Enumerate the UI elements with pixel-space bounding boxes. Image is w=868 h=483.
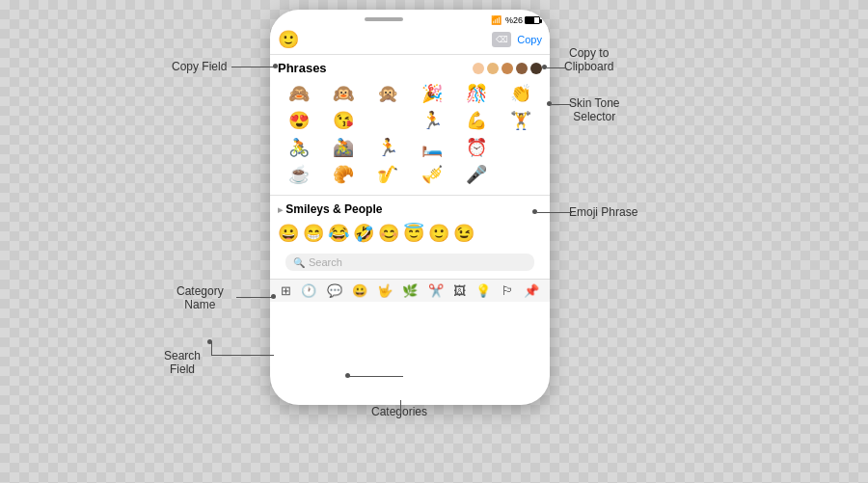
cat-icon-grid[interactable]: ⊞ <box>281 283 291 298</box>
copy-clipboard-line <box>547 67 566 68</box>
skin-tone-line <box>552 104 571 105</box>
category-section: ▸ Smileys & People <box>270 195 550 221</box>
skin-dot-5[interactable] <box>530 63 542 74</box>
emoji-cell[interactable]: 👏 <box>500 81 542 106</box>
phrases-header: Phrases <box>278 61 542 75</box>
categories-dot <box>345 373 350 378</box>
search-field-annotation: SearchField <box>164 349 201 376</box>
cat-icon-bulb[interactable]: 💡 <box>475 283 491 298</box>
copy-clipboard-annotation: Copy toClipboard <box>564 46 613 73</box>
emoji-cell[interactable]: 🥐 <box>322 162 365 187</box>
emoji-cell[interactable]: 🏃 <box>411 108 453 133</box>
search-bar[interactable]: 🔍 Search <box>285 254 534 271</box>
search-icon: 🔍 <box>293 257 305 268</box>
phrases-section: Phrases 🙈 🙉 🙊 🎉 🎊 👏 😍 😘 🏃 💪 🏋️ <box>270 55 550 195</box>
emoji-cell[interactable]: 💪 <box>455 108 498 133</box>
cat-icon-photo[interactable]: 🖼 <box>453 283 466 298</box>
emoji-cell[interactable]: 🙈 <box>278 81 320 106</box>
wifi-icon: 📶 <box>491 15 502 25</box>
bottom-emoji[interactable]: 🤣 <box>353 223 374 244</box>
emoji-cell[interactable] <box>500 135 542 160</box>
emoji-grid-row1: 🙈 🙉 🙊 🎉 🎊 👏 <box>278 81 542 106</box>
search-field-line-h <box>212 355 274 356</box>
skin-dot-2[interactable] <box>487 63 499 74</box>
emoji-phrase[interactable]: 🛏️ <box>411 135 453 160</box>
battery-icon <box>525 16 540 24</box>
bottom-emoji[interactable]: 😇 <box>403 223 424 244</box>
cat-icon-speech[interactable]: 💬 <box>327 283 342 298</box>
phrases-title: Phrases <box>278 61 327 75</box>
category-name-line <box>236 297 273 298</box>
skin-tone-dot <box>547 101 552 106</box>
skin-dot-1[interactable] <box>473 63 484 74</box>
emoji-cell[interactable]: 🎺 <box>411 162 453 187</box>
emoji-grid-row3: 🚴 🚵 🏃 🛏️ ⏰ <box>278 135 542 160</box>
bottom-emoji[interactable]: 😀 <box>278 223 299 244</box>
cat-icon-flag[interactable]: 🏳 <box>502 283 514 298</box>
cat-icon-scissors[interactable]: ✂️ <box>428 283 444 298</box>
delete-button[interactable]: ⌫ <box>492 32 511 47</box>
search-field-dot <box>207 339 212 344</box>
cat-icon-gesture[interactable]: 🤟 <box>377 283 393 298</box>
bottom-emoji-row: 😀 😁 😂 🤣 😊 😇 🙂 😉 <box>270 221 550 246</box>
copy-clipboard-dot <box>542 65 547 69</box>
notch <box>365 17 403 21</box>
copy-field-line <box>231 67 275 67</box>
search-placeholder: Search <box>309 256 342 268</box>
skin-dot-4[interactable] <box>516 63 528 74</box>
emoji-cell[interactable] <box>500 162 542 187</box>
battery-fill <box>526 17 534 23</box>
category-name-dot <box>271 294 276 299</box>
categories-line-h <box>349 376 403 377</box>
category-name-annotation: CategoryName <box>176 284 224 311</box>
category-icons-bar: ⊞ 🕐 💬 😀 🤟 🌿 ✂️ 🖼 💡 🏳 📌 <box>270 279 550 302</box>
bottom-emoji[interactable]: 😁 <box>303 223 324 244</box>
cat-icon-clock[interactable]: 🕐 <box>301 283 316 298</box>
bottom-emoji[interactable]: 😉 <box>453 223 475 244</box>
emoji-cell[interactable]: 🙉 <box>322 81 365 106</box>
emoji-grid-row2: 😍 😘 🏃 💪 🏋️ <box>278 108 542 133</box>
skin-tone-selector[interactable] <box>473 63 542 74</box>
cat-icon-plant[interactable]: 🌿 <box>402 283 418 298</box>
categories-line-v <box>400 400 401 414</box>
skin-dot-3[interactable] <box>502 63 513 74</box>
bottom-emoji[interactable]: 😂 <box>328 223 349 244</box>
status-bar: 📶 %26 <box>270 10 550 25</box>
emoji-phrase-annotation: Emoji Phrase <box>569 205 637 219</box>
phone-frame: 📶 %26 🙂 ⌫ Copy Phrases 🙈 🙉 🙊 🎉 <box>270 10 550 405</box>
copy-button[interactable]: Copy <box>517 34 542 45</box>
emoji-grid-row4: ☕ 🥐 🎷 🎺 🎤 <box>278 162 542 187</box>
category-name: ▸ Smileys & People <box>278 202 382 216</box>
emoji-cell[interactable]: 😘 <box>322 108 365 133</box>
cat-icon-pin[interactable]: 📌 <box>524 283 539 298</box>
emoji-cell[interactable]: 🎊 <box>455 81 498 106</box>
skin-tone-annotation: Skin ToneSelector <box>569 96 619 123</box>
emoji-cell[interactable]: 🏋️ <box>500 108 542 133</box>
emoji-cell[interactable]: 🚴 <box>278 135 320 160</box>
emoji-display: 🙂 <box>278 29 299 50</box>
emoji-cell[interactable]: 🎷 <box>366 162 409 187</box>
cat-icon-smiley[interactable]: 😀 <box>352 283 367 298</box>
emoji-phrase-line <box>537 212 572 213</box>
emoji-cell[interactable]: 😍 <box>278 108 320 133</box>
emoji-cell[interactable]: 🚵 <box>322 135 365 160</box>
emoji-cell[interactable]: 🏃 <box>366 135 409 160</box>
battery-percent: %26 <box>505 15 523 25</box>
search-container: 🔍 Search <box>270 246 550 279</box>
emoji-cell[interactable]: 🎉 <box>411 81 453 106</box>
emoji-phrase[interactable]: ⏰ <box>455 135 498 160</box>
copy-field-dot <box>273 64 278 68</box>
emoji-cell[interactable]: ☕ <box>278 162 320 187</box>
copy-field-annotation: Copy Field <box>172 60 227 73</box>
search-field-line-v <box>211 342 212 356</box>
emoji-phrase-dot <box>532 209 537 214</box>
emoji-cell[interactable]: 🙊 <box>366 81 409 106</box>
copy-bar: 🙂 ⌫ Copy <box>270 25 550 55</box>
bottom-emoji[interactable]: 😊 <box>378 223 399 244</box>
emoji-cell[interactable] <box>366 108 409 133</box>
emoji-cell[interactable]: 🎤 <box>455 162 498 187</box>
bottom-emoji[interactable]: 🙂 <box>428 223 449 244</box>
